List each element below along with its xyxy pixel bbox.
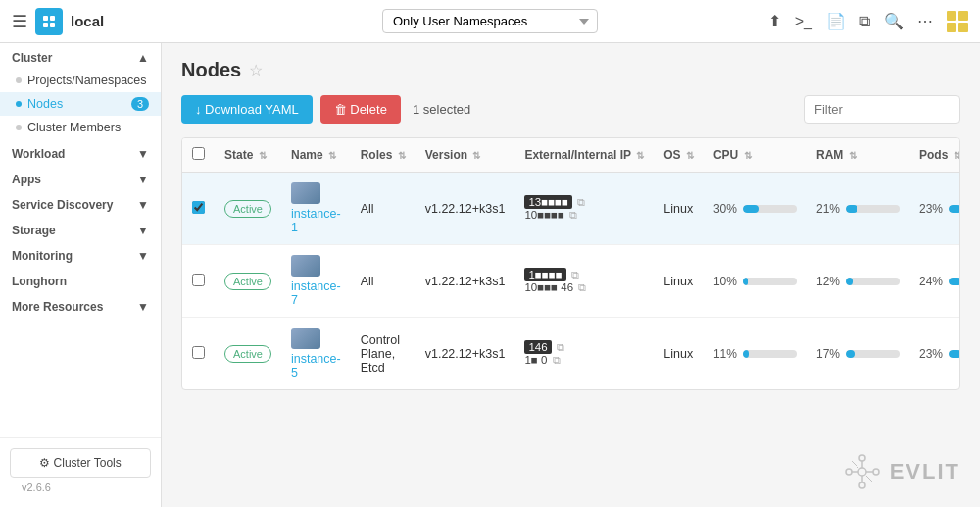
row-state: Active — [215, 245, 281, 318]
col-name: Name ⇅ — [281, 138, 351, 173]
select-all-checkbox[interactable] — [192, 147, 205, 160]
copy-icon[interactable]: ⧉ — [569, 209, 577, 221]
ram-progress: 12% — [816, 275, 900, 288]
pods-progress: 23% — [919, 347, 960, 361]
pods-bar — [949, 350, 960, 358]
sort-icon: ⇅ — [849, 150, 857, 161]
cpu-bar — [743, 278, 797, 285]
namespace-select[interactable]: Only User Namespaces All Namespaces — [382, 9, 598, 33]
sidebar-item-projects[interactable]: Projects/Namespaces — [0, 69, 161, 92]
upload-icon[interactable]: ⬆ — [768, 12, 781, 30]
sidebar-item-nodes[interactable]: Nodes 3 — [0, 92, 161, 116]
sidebar-apps-header[interactable]: Apps ▼ — [0, 165, 161, 190]
row-checkbox-cell — [182, 173, 215, 245]
row-cpu: 11% — [704, 318, 807, 390]
sidebar-storage-header[interactable]: Storage ▼ — [0, 216, 161, 241]
col-ip: External/Internal IP ⇅ — [514, 138, 654, 173]
sidebar-cluster-header[interactable]: Cluster ▲ — [0, 43, 161, 69]
state-badge: Active — [224, 273, 271, 290]
brand-logo — [35, 8, 63, 35]
sidebar-service-discovery-header[interactable]: Service Discovery ▼ — [0, 190, 161, 216]
cpu-label: 30% — [713, 202, 737, 216]
row-roles: All — [351, 245, 416, 318]
copy-icon[interactable]: ⧉ — [577, 196, 585, 208]
row-state: Active — [215, 318, 281, 390]
pods-label: 23% — [919, 202, 943, 216]
page-header: Nodes ☆ — [181, 59, 960, 81]
node-name-link[interactable]: instance-5 — [291, 352, 341, 380]
cpu-label: 10% — [713, 275, 737, 288]
cpu-label: 11% — [713, 347, 737, 361]
ram-fill — [846, 278, 853, 285]
row-ip: 146 ⧉ 1■ 0 ⧉ — [514, 318, 654, 390]
sidebar-longhorn-header[interactable]: Longhorn — [0, 267, 161, 292]
col-version: Version ⇅ — [416, 138, 515, 173]
ram-progress: 21% — [816, 202, 900, 216]
terminal-icon[interactable]: >_ — [795, 13, 812, 30]
copy-icon[interactable]: ⧉ — [578, 281, 586, 293]
row-ip: 13■■■■ ⧉ 10■■■■ ⧉ — [514, 173, 654, 245]
col-os: OS ⇅ — [654, 138, 704, 173]
node-name-link[interactable]: instance-7 — [291, 279, 341, 307]
table-row: Active instance-7 All v1.22.12+k3s1 1■■■… — [182, 245, 960, 318]
more-icon[interactable]: ⋯ — [917, 12, 933, 30]
table-row: Active instance-1 All v1.22.12+k3s1 13■■… — [182, 173, 960, 245]
pods-label: 24% — [919, 275, 943, 288]
row-checkbox[interactable] — [192, 274, 205, 286]
internal-ip: 1■ 0 ⧉ — [524, 354, 644, 367]
row-ram: 12% — [807, 245, 909, 318]
search-icon[interactable]: 🔍 — [884, 12, 904, 30]
sidebar-cluster-section: Cluster ▲ Projects/Namespaces Nodes 3 Cl… — [0, 43, 161, 139]
node-name-link[interactable]: instance-1 — [291, 207, 341, 234]
hamburger-menu[interactable]: ☰ — [12, 11, 27, 32]
delete-button[interactable]: 🗑 Delete — [320, 95, 401, 124]
cpu-fill — [743, 278, 749, 285]
table-row: Active instance-5 Control Plane, Etcd v1… — [182, 318, 960, 390]
external-ip: 13■■■■ ⧉ — [524, 196, 644, 209]
row-checkbox[interactable] — [192, 201, 205, 214]
state-badge: Active — [224, 345, 271, 363]
download-yaml-button[interactable]: ↓ Download YAML — [181, 95, 313, 124]
ram-label: 17% — [816, 347, 840, 361]
copy-icon[interactable]: ⧉ — [557, 341, 564, 353]
svg-line-13 — [852, 461, 858, 468]
row-pods: 23% — [909, 173, 960, 245]
evlit-brand-text: EVLIT — [890, 459, 960, 484]
sidebar-more-resources-header[interactable]: More Resources ▼ — [0, 292, 161, 318]
ip-block: 13■■■■ — [524, 195, 572, 209]
dot-icon — [16, 125, 22, 130]
table-header-row: State ⇅ Name ⇅ Roles ⇅ Version ⇅ Externa… — [182, 138, 960, 173]
sort-icon: ⇅ — [686, 150, 694, 161]
node-thumbnail — [291, 255, 320, 277]
cpu-fill — [743, 350, 749, 358]
row-checkbox[interactable] — [192, 346, 205, 359]
copy-icon[interactable]: ⧉ — [553, 354, 561, 366]
filter-input[interactable] — [804, 95, 960, 124]
sidebar-item-cluster-members[interactable]: Cluster Members — [0, 116, 161, 139]
row-version: v1.22.12+k3s1 — [416, 173, 515, 245]
copy-icon[interactable]: ⧉ — [571, 269, 579, 280]
selected-count: 1 selected — [413, 102, 470, 117]
external-ip: 1■■■■ ⧉ — [524, 269, 644, 281]
main-content: Nodes ☆ ↓ Download YAML 🗑 Delete 1 selec… — [162, 43, 980, 507]
row-name: instance-1 — [281, 173, 351, 245]
row-checkbox-cell — [182, 318, 215, 390]
footer-brand: EVLIT — [843, 452, 960, 491]
copy-icon[interactable]: ⧉ — [859, 13, 870, 30]
svg-rect-2 — [43, 23, 48, 27]
grid-icon[interactable] — [947, 11, 968, 32]
cluster-tools-button[interactable]: ⚙ Cluster Tools — [10, 448, 151, 478]
pods-label: 23% — [919, 347, 943, 361]
cluster-name: local — [71, 13, 104, 29]
ip-block: 146 — [524, 340, 551, 354]
nodes-table: State ⇅ Name ⇅ Roles ⇅ Version ⇅ Externa… — [181, 137, 960, 390]
sidebar-workload-header[interactable]: Workload ▼ — [0, 139, 161, 165]
sort-icon: ⇅ — [259, 150, 267, 161]
file-icon[interactable]: 📄 — [826, 12, 846, 30]
favorite-icon[interactable]: ☆ — [249, 61, 263, 79]
svg-point-8 — [859, 482, 865, 488]
row-cpu: 30% — [704, 173, 807, 245]
sidebar: Cluster ▲ Projects/Namespaces Nodes 3 Cl… — [0, 43, 162, 507]
sort-icon: ⇅ — [954, 150, 960, 161]
sidebar-monitoring-header[interactable]: Monitoring ▼ — [0, 241, 161, 267]
